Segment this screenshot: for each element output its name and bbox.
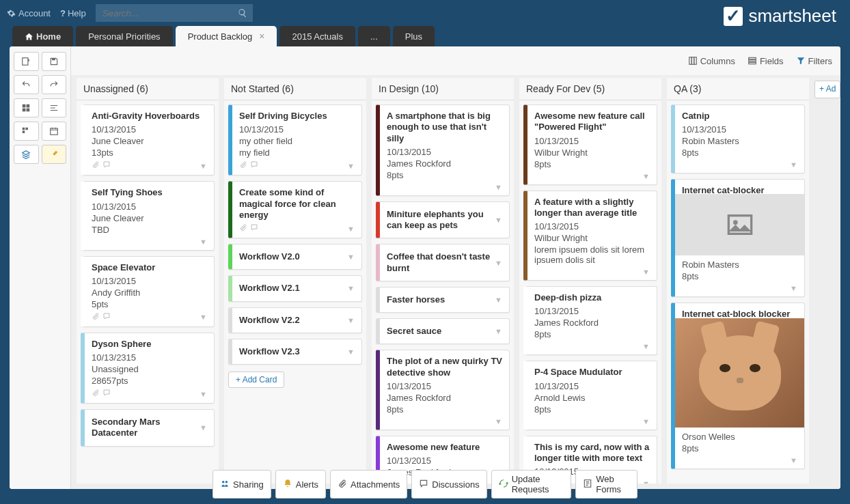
chevron-down-icon[interactable]: ▼	[495, 259, 502, 267]
tab-home[interactable]: Home	[12, 26, 73, 46]
layers-button[interactable]	[14, 145, 39, 164]
kanban-card[interactable]: Workflow V2.3▼	[228, 339, 362, 365]
kanban-card[interactable]: Dyson Sphere10/13/2315Unassigned28657pts…	[81, 333, 215, 404]
kanban-card[interactable]: Secret sauce▼	[376, 318, 510, 344]
svg-point-17	[733, 220, 738, 225]
kanban-card[interactable]: Miniture elephants you can keep as pets▼	[376, 201, 510, 239]
chevron-down-icon[interactable]: ▼	[347, 284, 355, 292]
tab-plus[interactable]: Plus	[393, 26, 435, 46]
chevron-down-icon[interactable]: ▼	[200, 390, 207, 398]
filters-button[interactable]: Filters	[796, 56, 832, 66]
chevron-down-icon[interactable]: ▼	[347, 253, 355, 261]
chevron-down-icon[interactable]: ▼	[642, 342, 650, 350]
card-field: TBD	[92, 225, 207, 235]
chevron-down-icon[interactable]: ▼	[495, 327, 502, 335]
undo-button[interactable]	[14, 75, 39, 94]
fields-button[interactable]: Fields	[748, 56, 784, 66]
chevron-down-icon[interactable]: ▼	[790, 284, 797, 292]
kanban-card[interactable]: Awesome new feature call "Powered Flight…	[523, 104, 657, 185]
chevron-down-icon[interactable]: ▼	[200, 162, 207, 170]
kanban-card[interactable]: A feature with a slightly longer than av…	[523, 191, 657, 281]
bottom-alerts-button[interactable]: Alerts	[275, 470, 326, 499]
highlight-button[interactable]	[42, 145, 67, 164]
tab-personal-priorities[interactable]: Personal Priorities	[76, 26, 173, 46]
tab-2015-actuals[interactable]: 2015 Actuals	[279, 26, 355, 46]
card-field: Unassigned	[92, 364, 207, 374]
kanban-card[interactable]: Internet cat-block blockerOrson Welles8p…	[671, 303, 805, 469]
kanban-card[interactable]: Workflow V2.0▼	[228, 244, 362, 270]
kanban-card[interactable]: The plot of a new quirky TV detective sh…	[376, 350, 510, 430]
tab--[interactable]: ...	[358, 26, 390, 46]
bottom-button-label: Attachments	[351, 479, 400, 490]
close-icon[interactable]: ×	[259, 31, 264, 42]
chevron-down-icon[interactable]: ▼	[347, 162, 355, 170]
comment-icon	[102, 160, 111, 171]
card-view-button[interactable]	[14, 122, 39, 141]
kanban-card[interactable]: Catnip10/13/2015Robin Masters8pts▼	[671, 104, 805, 173]
chevron-down-icon[interactable]: ▼	[495, 296, 502, 304]
grid-view-button[interactable]	[14, 98, 39, 117]
chevron-down-icon[interactable]: ▼	[642, 417, 650, 425]
svg-rect-12	[694, 57, 696, 65]
chevron-down-icon[interactable]: ▼	[495, 183, 502, 191]
bottom-button-label: Discussions	[432, 479, 479, 490]
kanban-card[interactable]: Internet cat-blockerRobin Masters8pts▼	[671, 179, 805, 296]
kanban-card[interactable]: Deep-dish pizza10/13/2015James Rockford8…	[523, 286, 657, 355]
redo-button[interactable]	[42, 75, 67, 94]
add-column-button[interactable]: + Ad	[814, 81, 840, 98]
columns-button[interactable]: Columns	[688, 56, 735, 66]
kanban-card[interactable]: Self Tying Shoes10/13/2015June CleaverTB…	[81, 181, 215, 250]
help-link[interactable]: ? Help	[60, 8, 86, 18]
chevron-down-icon[interactable]: ▼	[347, 316, 355, 324]
kanban-card[interactable]: Self Driving Bicycles10/13/2015my other …	[228, 104, 362, 176]
column-header[interactable]: QA (3)	[667, 78, 809, 100]
bottom-attachments-button[interactable]: Attachments	[330, 470, 407, 499]
chevron-down-icon[interactable]: ▼	[642, 479, 650, 484]
chevron-down-icon[interactable]: ▼	[347, 348, 355, 356]
bottom-web-forms-button[interactable]: Web Forms	[575, 470, 638, 499]
tab-label: Personal Priorities	[88, 31, 161, 42]
kanban-card[interactable]: Anti-Gravity Hoverboards10/13/2015June C…	[81, 104, 215, 176]
search-button[interactable]	[232, 4, 253, 22]
sheet-view-button[interactable]	[14, 52, 39, 71]
align-button[interactable]	[42, 98, 67, 117]
chevron-down-icon[interactable]: ▼	[200, 313, 207, 321]
bottom-update-requests-button[interactable]: Update Requests	[491, 470, 572, 499]
chevron-down-icon[interactable]: ▼	[790, 160, 797, 169]
tab-product-backlog[interactable]: Product Backlog×	[176, 26, 277, 46]
chevron-down-icon[interactable]: ▼	[495, 417, 502, 425]
account-link[interactable]: Account	[7, 8, 51, 18]
chevron-down-icon[interactable]: ▼	[642, 172, 650, 180]
kanban-card[interactable]: Workflow V2.1▼	[228, 275, 362, 301]
kanban-card[interactable]: Space Elevator10/13/2015Andy Griffith5pt…	[81, 256, 215, 327]
chevron-down-icon[interactable]: ▼	[790, 456, 797, 464]
save-button[interactable]	[42, 52, 67, 71]
card-title: Catnip	[682, 111, 797, 122]
board-column: In Design (10)A smartphone that is big e…	[372, 78, 514, 484]
card-title: Workflow V2.0	[239, 251, 300, 262]
kanban-card[interactable]: A smartphone that is big enough to use t…	[376, 104, 510, 196]
kanban-card[interactable]: Faster horses▼	[376, 287, 510, 313]
column-header[interactable]: Unassigned (6)	[77, 78, 219, 100]
kanban-card[interactable]: P-4 Space Mudulator10/13/2015Arnold Lewi…	[523, 361, 657, 430]
search-input[interactable]	[96, 4, 232, 22]
bottom-sharing-button[interactable]: Sharing	[212, 470, 271, 499]
card-field: 5pts	[92, 299, 207, 309]
add-card-button[interactable]: + Add Card	[228, 372, 284, 388]
chevron-down-icon[interactable]: ▼	[200, 423, 207, 432]
kanban-card[interactable]: Coffee that doesn't taste burnt▼	[376, 244, 510, 281]
column-header[interactable]: Not Started (6)	[224, 78, 366, 100]
card-field: 8pts	[534, 329, 650, 339]
kanban-card[interactable]: Secondary Mars Datacenter▼	[81, 409, 215, 447]
calendar-view-button[interactable]	[42, 122, 67, 141]
chevron-down-icon[interactable]: ▼	[347, 225, 355, 233]
chevron-down-icon[interactable]: ▼	[200, 238, 207, 246]
card-title: P-4 Space Mudulator	[534, 367, 650, 378]
kanban-card[interactable]: Workflow V2.2▼	[228, 307, 362, 333]
column-header[interactable]: In Design (10)	[372, 78, 514, 100]
kanban-card[interactable]: Create some kind of magical force for cl…	[228, 181, 362, 238]
bottom-discussions-button[interactable]: Discussions	[411, 470, 486, 499]
chevron-down-icon[interactable]: ▼	[642, 268, 650, 276]
chevron-down-icon[interactable]: ▼	[495, 216, 502, 224]
column-header[interactable]: Ready For Dev (5)	[519, 78, 661, 100]
